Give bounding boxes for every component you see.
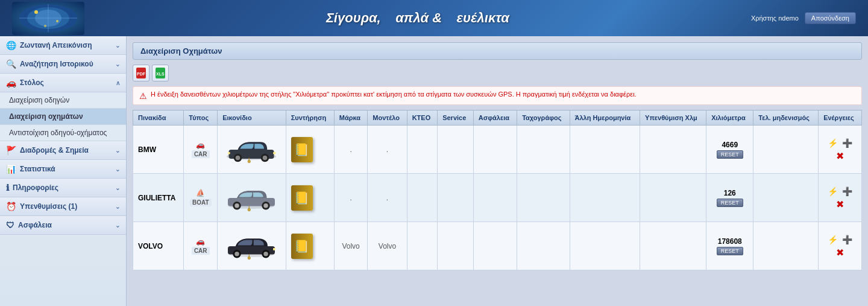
logout-button[interactable]: Αποσύνδεση <box>805 12 856 24</box>
maintenance-book-icon[interactable]: 📒 <box>291 185 313 211</box>
col-header-service: Service <box>438 110 474 126</box>
svg-point-15 <box>236 155 241 160</box>
sidebar-arrow-live-view: ⌄ <box>115 42 120 49</box>
car-type-display: 🚗 CAR <box>189 141 212 158</box>
sidebar-arrow-history: ⌄ <box>115 61 120 68</box>
sidebar-label-info: Πληροφορίες <box>13 183 115 192</box>
add-action-button[interactable]: ➕ <box>841 234 854 246</box>
col-header-tacho: Ταχογράφος <box>517 110 570 126</box>
svg-rect-18 <box>273 151 276 154</box>
sidebar-arrow-routes: ⌄ <box>115 147 120 154</box>
vehicle-type: 🚗 CAR <box>184 126 218 174</box>
vehicle-maintenance: 📒 <box>286 126 334 174</box>
sidebar-item-reminders[interactable]: ⏰ Υπενθυμίσεις (1) ⌄ <box>0 197 126 216</box>
vehicle-brand: . <box>334 174 367 222</box>
live-view-icon: 🌐 <box>6 40 16 50</box>
main-layout: 🌐 Ζωντανή Απεικόνιση ⌄ 🔍 Αναζήτηση Ιστορ… <box>0 36 868 306</box>
pdf-export-button[interactable]: PDF <box>133 65 149 81</box>
svg-text:PDF: PDF <box>137 72 146 76</box>
km-reset-button[interactable]: RESET <box>717 247 743 255</box>
content-area: Διαχείριση Οχημάτων PDF XLS ⚠ Η ένδειξη … <box>127 36 868 306</box>
vehicle-remind-km <box>640 174 706 222</box>
info-icon: ℹ <box>6 183 9 193</box>
car-type-icon-3: 🚗 <box>196 237 205 246</box>
maintenance-book-icon[interactable]: 📒 <box>291 137 313 162</box>
sidebar: 🌐 Ζωντανή Απεικόνιση ⌄ 🔍 Αναζήτηση Ιστορ… <box>0 36 127 306</box>
delete-action-button[interactable]: ✖ <box>834 199 847 211</box>
col-header-brand: Μάρκα <box>334 110 367 126</box>
vehicle-tacho <box>517 222 570 270</box>
km-reset-button[interactable]: RESET <box>717 150 743 159</box>
excel-export-button[interactable]: XLS <box>152 65 169 81</box>
vehicle-plate: BMW <box>133 126 184 174</box>
sidebar-item-routes[interactable]: 🚩 Διαδρομές & Σημεία ⌄ <box>0 141 126 160</box>
insurance-icon: 🛡 <box>6 220 14 230</box>
km-reset-button[interactable]: RESET <box>717 199 743 207</box>
reminders-icon: ⏰ <box>6 202 16 211</box>
vehicle-maintenance: 📒 <box>286 222 334 270</box>
col-header-last-reset: Τελ. μηδενισμός <box>753 110 819 126</box>
sidebar-item-live-view[interactable]: 🌐 Ζωντανή Απεικόνιση ⌄ <box>0 36 126 55</box>
col-header-kteo: ΚΤΕΟ <box>407 110 437 126</box>
vehicle-km: 126 RESET <box>706 174 753 222</box>
car-image-svg <box>224 135 278 165</box>
delete-action-button[interactable]: ✖ <box>834 247 847 259</box>
svg-rect-36 <box>273 248 275 250</box>
statistics-icon: 📊 <box>6 164 16 174</box>
svg-rect-19 <box>228 151 230 154</box>
warning-message: ⚠ Η ένδειξη δανεισθέντων χιλιομέτρων της… <box>133 86 862 105</box>
add-action-button[interactable]: ➕ <box>841 185 854 197</box>
sidebar-item-info[interactable]: ℹ Πληροφορίες ⌄ <box>0 179 126 197</box>
vehicle-actions: ⚡ ➕ ✖ <box>819 222 862 270</box>
vehicle-type: 🚗 CAR <box>184 222 218 270</box>
svg-point-6 <box>56 20 58 22</box>
sidebar-item-statistics[interactable]: 📊 Στατιστικά ⌄ <box>0 160 126 179</box>
sidebar-sub-item-manage-drivers[interactable]: Διαχείριση οδηγών <box>0 92 126 109</box>
vehicle-model: . <box>368 126 407 174</box>
toolbar: PDF XLS <box>133 65 862 81</box>
sidebar-item-history-search[interactable]: 🔍 Αναζήτηση Ιστορικού ⌄ <box>0 55 126 74</box>
svg-point-35 <box>264 252 269 257</box>
sidebar-arrow-insurance: ⌄ <box>115 222 120 229</box>
col-header-insurance: Ασφάλεια <box>473 110 517 126</box>
manage-vehicles-label: Διαχείριση οχημάτων <box>9 112 83 121</box>
sidebar-arrow-info: ⌄ <box>115 185 120 191</box>
header: Σίγουρα, απλά & ευέλικτα Χρήστης ndemo Α… <box>0 0 868 36</box>
lightning-action-button[interactable]: ⚡ <box>826 234 840 246</box>
lightning-action-button[interactable]: ⚡ <box>826 137 840 149</box>
warning-icon: ⚠ <box>139 91 147 101</box>
add-action-button[interactable]: ➕ <box>841 137 854 149</box>
vehicles-table: Πινακίδα Τύπος Εικονίδιο Συντήρηση Μάρκα… <box>133 110 862 270</box>
vehicle-model: Volvo <box>368 222 407 270</box>
vehicle-last-reset <box>753 126 819 174</box>
excel-icon: XLS <box>154 67 166 79</box>
sidebar-item-fleet[interactable]: 🚗 Στόλος ∧ <box>0 74 126 92</box>
svg-point-17 <box>263 155 268 160</box>
col-header-model: Μοντέλο <box>368 110 407 126</box>
sidebar-label-insurance: Ασφάλεια <box>18 221 115 229</box>
vehicle-remind-km <box>640 222 706 270</box>
delete-action-button[interactable]: ✖ <box>834 150 847 162</box>
lightning-action-button[interactable]: ⚡ <box>826 185 840 197</box>
vehicle-service <box>438 126 474 174</box>
sidebar-sub-item-driver-vehicle[interactable]: Αντιστοίχιση οδηγού-οχήματος <box>0 125 126 141</box>
vehicle-insurance <box>473 126 517 174</box>
sidebar-item-insurance[interactable]: 🛡 Ασφάλεια ⌄ <box>0 216 126 235</box>
maintenance-book-icon[interactable]: 📒 <box>291 234 313 259</box>
vehicle-insurance <box>473 174 517 222</box>
sidebar-arrow-fleet: ∧ <box>116 80 120 86</box>
page-title: Διαχείριση Οχημάτων <box>133 42 862 60</box>
vehicle-kteo <box>407 174 437 222</box>
vehicle-other-date <box>570 174 640 222</box>
car-image-svg2 <box>224 183 278 213</box>
sidebar-label-statistics: Στατιστικά <box>20 165 115 173</box>
vehicle-km: 178608 RESET <box>706 222 753 270</box>
vehicle-insurance <box>473 222 517 270</box>
vehicle-brand: . <box>334 126 367 174</box>
vehicle-plate: GIULIETTA <box>133 174 184 222</box>
history-search-icon: 🔍 <box>6 59 16 69</box>
action-buttons: ⚡ ➕ ✖ <box>823 185 857 211</box>
vehicle-tacho <box>517 126 570 174</box>
vehicle-other-date <box>570 126 640 174</box>
sidebar-sub-item-manage-vehicles[interactable]: Διαχείριση οχημάτων <box>0 109 126 125</box>
